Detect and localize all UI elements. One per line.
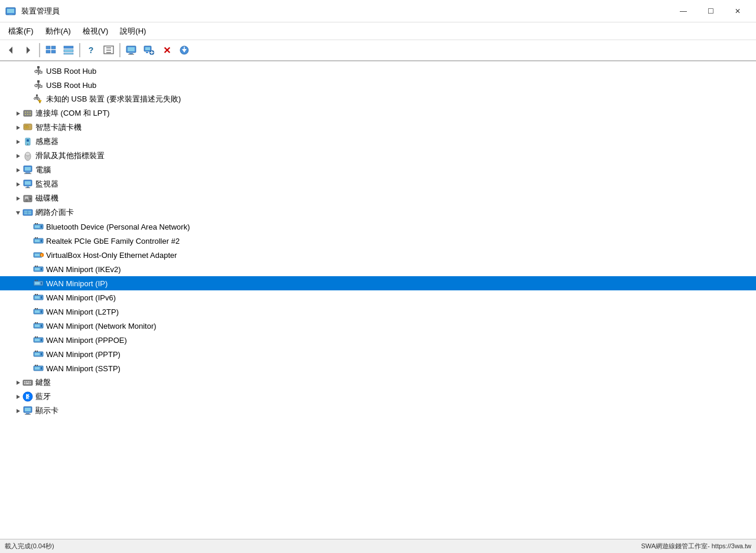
svg-rect-149 bbox=[24, 383, 25, 384]
tree-item[interactable]: USB Root Hub bbox=[0, 78, 756, 92]
svg-point-49 bbox=[25, 112, 26, 113]
tree-item[interactable]: Bluetooth Device (Personal Area Network) bbox=[0, 220, 756, 234]
svg-rect-139 bbox=[35, 367, 40, 369]
tree-expander[interactable] bbox=[13, 123, 22, 132]
tree-item[interactable]: USB Root Hub bbox=[0, 64, 756, 78]
window-controls[interactable]: — ☐ ✕ bbox=[670, 2, 751, 20]
tree-expander[interactable] bbox=[13, 208, 22, 217]
svg-point-153 bbox=[23, 392, 32, 401]
svg-rect-43 bbox=[38, 99, 40, 100]
svg-marker-64 bbox=[17, 154, 20, 158]
tree-item-label: 感應器 bbox=[35, 136, 58, 147]
tree-item[interactable]: 顯示卡 bbox=[0, 404, 756, 418]
svg-rect-38 bbox=[40, 86, 42, 87]
svg-rect-125 bbox=[41, 325, 42, 327]
forward-button[interactable] bbox=[20, 42, 37, 58]
menu-bar: 檔案(F) 動作(A) 檢視(V) 說明(H) bbox=[0, 22, 756, 40]
tree-item[interactable]: WAN Miniport (IP) bbox=[0, 276, 756, 290]
add-device-button[interactable] bbox=[141, 42, 157, 58]
svg-point-51 bbox=[30, 112, 31, 113]
tree-item[interactable]: WAN Miniport (SSTP) bbox=[0, 361, 756, 375]
title-left: 裝置管理員 bbox=[5, 5, 60, 17]
computer-icon bbox=[22, 165, 33, 175]
tree-item[interactable]: Realtek PCIe GbE Family Controller #2 bbox=[0, 234, 756, 248]
tree-item[interactable]: 監視器 bbox=[0, 177, 756, 191]
svg-rect-111 bbox=[35, 280, 36, 281]
network-card-icon bbox=[33, 349, 44, 359]
svg-rect-132 bbox=[37, 336, 38, 338]
tree-item-label: USB Root Hub bbox=[46, 81, 96, 90]
tree-expander[interactable] bbox=[13, 179, 22, 189]
svg-rect-134 bbox=[35, 353, 40, 355]
show-type-button[interactable] bbox=[60, 42, 77, 58]
tree-item[interactable]: 滑鼠及其他指標裝置 bbox=[0, 149, 756, 163]
menu-file[interactable]: 檔案(F) bbox=[2, 24, 40, 39]
svg-rect-107 bbox=[37, 266, 38, 267]
show-all-button[interactable] bbox=[43, 42, 59, 58]
tree-item[interactable]: ! VirtualBox Host-Only Ethernet Adapter bbox=[0, 248, 756, 262]
monitor-button[interactable] bbox=[123, 42, 139, 58]
app-icon bbox=[5, 5, 17, 17]
svg-marker-68 bbox=[17, 168, 20, 172]
svg-marker-154 bbox=[17, 409, 20, 413]
svg-rect-106 bbox=[35, 266, 36, 267]
tree-item[interactable]: 電腦 bbox=[0, 163, 756, 177]
svg-rect-130 bbox=[41, 339, 42, 341]
svg-marker-78 bbox=[17, 197, 20, 201]
svg-rect-135 bbox=[41, 353, 42, 355]
svg-marker-47 bbox=[17, 112, 20, 116]
update-driver-button[interactable] bbox=[176, 42, 193, 58]
svg-rect-90 bbox=[35, 225, 40, 228]
tree-expander[interactable] bbox=[13, 194, 22, 203]
device-tree[interactable]: USB Root Hub USB Root Hub 未知的 USB 裝置 (要求… bbox=[0, 61, 756, 539]
maximize-button[interactable]: ☐ bbox=[697, 2, 724, 20]
svg-rect-126 bbox=[35, 322, 36, 323]
tree-expander[interactable] bbox=[13, 378, 22, 387]
help-button[interactable]: ? bbox=[83, 42, 99, 58]
tree-item[interactable]: WAN Miniport (PPPOE) bbox=[0, 333, 756, 347]
tree-item[interactable]: WAN Miniport (IPv6) bbox=[0, 290, 756, 305]
svg-rect-96 bbox=[41, 240, 42, 242]
svg-rect-112 bbox=[37, 280, 38, 281]
tree-item[interactable]: WAN Miniport (PPTP) bbox=[0, 347, 756, 361]
tree-item[interactable]: 智慧卡讀卡機 bbox=[0, 120, 756, 135]
network-card-icon bbox=[33, 235, 44, 246]
tree-item[interactable]: 連接埠 (COM 和 LPT) bbox=[0, 106, 756, 120]
tree-item[interactable]: WAN Miniport (Network Monitor) bbox=[0, 319, 756, 333]
minimize-button[interactable]: — bbox=[670, 2, 697, 20]
menu-view[interactable]: 檢視(V) bbox=[77, 24, 114, 39]
tree-item[interactable]: 未知的 USB 裝置 (要求裝置描述元失敗) bbox=[0, 92, 756, 106]
network-card-icon bbox=[33, 306, 44, 317]
tree-expander[interactable] bbox=[13, 109, 22, 118]
tree-item[interactable]: 感應器 bbox=[0, 135, 756, 149]
svg-point-53 bbox=[27, 114, 28, 115]
svg-rect-131 bbox=[35, 336, 36, 338]
tree-item[interactable]: 網路介面卡 bbox=[0, 205, 756, 220]
tree-expander[interactable] bbox=[13, 406, 22, 415]
uninstall-button[interactable]: ✕ bbox=[158, 42, 175, 58]
svg-rect-148 bbox=[30, 381, 31, 382]
tree-expander[interactable] bbox=[13, 137, 22, 146]
tree-item[interactable]: 藍牙 bbox=[0, 390, 756, 404]
tree-item[interactable]: WAN Miniport (IKEv2) bbox=[0, 262, 756, 276]
status-right: SWA網遊線錢管工作室- https://3wa.tw bbox=[641, 542, 751, 551]
tree-item[interactable]: 鍵盤 bbox=[0, 375, 756, 390]
expand-button[interactable] bbox=[100, 42, 117, 58]
svg-rect-137 bbox=[37, 351, 38, 352]
svg-rect-122 bbox=[37, 308, 38, 309]
back-button[interactable] bbox=[2, 42, 19, 58]
tree-item[interactable]: 磁碟機 bbox=[0, 191, 756, 205]
tree-expander[interactable] bbox=[13, 165, 22, 175]
menu-help[interactable]: 說明(H) bbox=[114, 24, 152, 39]
toolbar: ? ✕ bbox=[0, 40, 756, 61]
tree-expander[interactable] bbox=[13, 151, 22, 161]
keyboard-icon bbox=[22, 377, 33, 388]
svg-point-50 bbox=[27, 112, 28, 113]
monitor-icon bbox=[22, 179, 33, 189]
svg-marker-73 bbox=[17, 182, 20, 186]
tree-item[interactable]: WAN Miniport (L2TP) bbox=[0, 305, 756, 319]
network-card-icon bbox=[33, 292, 44, 303]
tree-expander[interactable] bbox=[13, 392, 22, 401]
close-button[interactable]: ✕ bbox=[724, 2, 751, 20]
menu-action[interactable]: 動作(A) bbox=[40, 24, 77, 39]
